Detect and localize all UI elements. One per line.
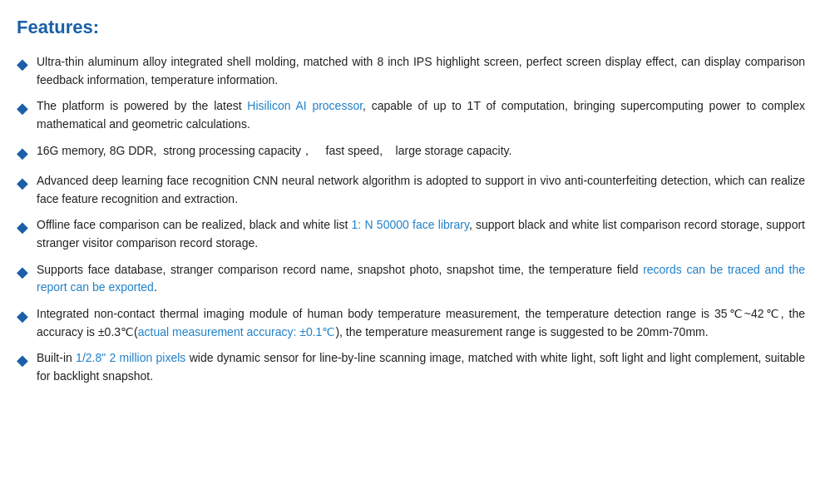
list-item: ◆ Ultra-thin aluminum alloy integrated s…: [17, 53, 805, 89]
list-item: ◆ Advanced deep learning face recognitio…: [17, 172, 805, 208]
feature-text: Ultra-thin aluminum alloy integrated she…: [37, 53, 805, 89]
feature-text: Integrated non-contact thermal imaging m…: [37, 305, 805, 341]
bullet-icon: ◆: [17, 217, 28, 238]
list-item: ◆ Integrated non-contact thermal imaging…: [17, 305, 805, 341]
feature-text: Built-in 1/2.8" 2 million pixels wide dy…: [37, 349, 805, 385]
bullet-icon: ◆: [17, 143, 28, 164]
face-library-link[interactable]: 1: N 50000 face library: [352, 218, 469, 231]
feature-text: 16G memory, 8G DDR, strong processing ca…: [37, 142, 805, 161]
bullet-icon: ◆: [17, 54, 28, 75]
records-link[interactable]: records can be traced and the report can…: [37, 263, 805, 294]
bullet-icon: ◆: [17, 173, 28, 194]
page-title: Features:: [17, 17, 805, 38]
hisilicon-link[interactable]: Hisilicon AI processor: [247, 99, 363, 112]
bullet-icon: ◆: [17, 98, 28, 119]
feature-text: Offline face comparison can be realized,…: [37, 216, 805, 252]
list-item: ◆ Built-in 1/2.8" 2 million pixels wide …: [17, 349, 805, 385]
bullet-icon: ◆: [17, 350, 28, 371]
list-item: ◆ Offline face comparison can be realize…: [17, 216, 805, 252]
feature-text: Supports face database, stranger compari…: [37, 261, 805, 297]
feature-text: The platform is powered by the latest Hi…: [37, 97, 805, 133]
bullet-icon: ◆: [17, 306, 28, 327]
bullet-icon: ◆: [17, 262, 28, 283]
sensor-link[interactable]: 1/2.8" 2 million pixels: [76, 351, 185, 364]
feature-list: ◆ Ultra-thin aluminum alloy integrated s…: [17, 53, 805, 386]
list-item: ◆ 16G memory, 8G DDR, strong processing …: [17, 142, 805, 164]
list-item: ◆ The platform is powered by the latest …: [17, 97, 805, 133]
accuracy-link[interactable]: actual measurement accuracy: ±0.1℃: [138, 325, 336, 338]
feature-text: Advanced deep learning face recognition …: [37, 172, 805, 208]
list-item: ◆ Supports face database, stranger compa…: [17, 261, 805, 297]
